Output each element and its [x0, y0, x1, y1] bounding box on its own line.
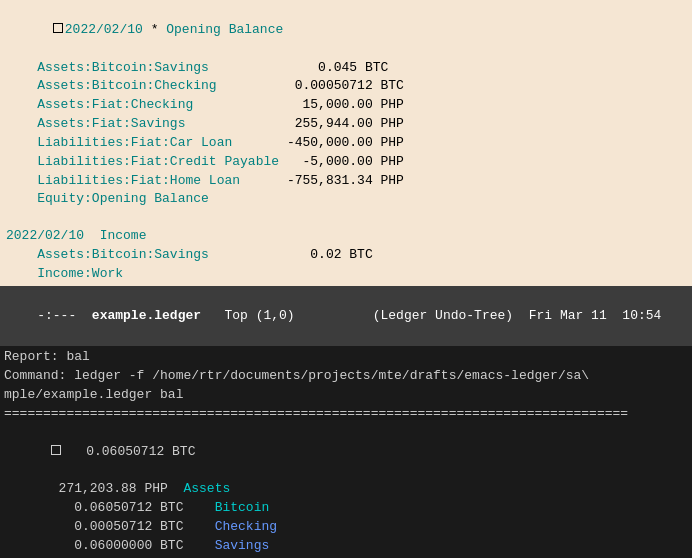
transaction-header-2: 2022/02/10 Income	[0, 227, 692, 246]
tx1-entry-4: Assets:Fiat:Savings 255,944.00 PHP	[0, 115, 692, 134]
blank-line-1	[0, 209, 692, 227]
tx2-entry-2: Income:Work	[0, 265, 692, 284]
r3-account: Checking	[215, 519, 277, 534]
account-bitcoin-checking: Assets:Bitcoin:Checking	[37, 78, 216, 93]
status-position: Top (1,0)	[201, 308, 373, 323]
report-command-2: mple/example.ledger bal	[0, 386, 692, 405]
account-income-work: Income:Work	[37, 266, 123, 281]
tx1-entry-2: Assets:Bitcoin:Checking 0.00050712 BTC	[0, 77, 692, 96]
status-extra: (Ledger Undo-Tree) Fri Mar 11 10:54	[373, 308, 662, 323]
editor-section: 2022/02/10 * Opening Balance Assets:Bitc…	[0, 0, 692, 346]
tx1-date: 2022/02/10	[65, 22, 143, 37]
tx1-entry-7: Liabilities:Fiat:Home Loan -755,831.34 P…	[0, 172, 692, 191]
checkbox-report	[51, 445, 61, 455]
report-row-2: 0.06050712 BTC Bitcoin	[0, 499, 692, 518]
tx2-payee: Income	[100, 228, 147, 243]
tx1-star: *	[143, 22, 166, 37]
tx2-space	[84, 228, 100, 243]
r4-amount: 0.06000000 BTC	[51, 538, 215, 553]
r1-account: Assets	[183, 481, 230, 496]
amount-liab-home: -755,831.34 PHP	[287, 173, 404, 188]
tx1-entry-5: Liabilities:Fiat:Car Loan -450,000.00 PH…	[0, 134, 692, 153]
editor-buffer: 2022/02/10 * Opening Balance Assets:Bitc…	[0, 0, 692, 286]
report-command-1: Command: ledger -f /home/rtr/documents/p…	[0, 367, 692, 386]
r2-amount: 0.06050712 BTC	[51, 500, 199, 515]
editor-status-bar: -:--- example.ledger Top (1,0) (Ledger U…	[0, 286, 692, 347]
transaction-header-1: 2022/02/10 * Opening Balance	[0, 2, 692, 59]
amount-liab-credit: -5,000.00 PHP	[287, 154, 404, 169]
account-liab-home: Liabilities:Fiat:Home Loan	[37, 173, 240, 188]
r4-account: Savings	[215, 538, 270, 553]
amount-btc-savings-2: 0.02 BTC	[287, 247, 373, 262]
account-liab-car: Liabilities:Fiat:Car Loan	[37, 135, 232, 150]
r3-amount: 0.00050712 BTC	[51, 519, 215, 534]
account-bitcoin-savings: Assets:Bitcoin:Savings	[37, 60, 209, 75]
report-header: Report: bal	[0, 348, 692, 367]
report-row-1: 271,203.88 PHP Assets	[0, 480, 692, 499]
report-divider: ========================================…	[0, 405, 692, 424]
status-mode: -:---	[37, 308, 92, 323]
account-fiat-savings: Assets:Fiat:Savings	[37, 116, 185, 131]
report-buffer: Report: bal Command: ledger -f /home/rtr…	[0, 346, 692, 558]
tx2-date: 2022/02/10	[6, 228, 84, 243]
tx1-entry-1: Assets:Bitcoin:Savings 0.045 BTC	[0, 59, 692, 78]
account-btc-savings-2: Assets:Bitcoin:Savings	[37, 247, 209, 262]
account-fiat-checking: Assets:Fiat:Checking	[37, 97, 193, 112]
amount-bitcoin-checking: 0.00050712 BTC	[287, 78, 404, 93]
tx1-payee: Opening Balance	[166, 22, 283, 37]
r0-amount: 0.06050712 BTC	[63, 444, 196, 459]
tx1-entry-6: Liabilities:Fiat:Credit Payable -5,000.0…	[0, 153, 692, 172]
tx1-entry-8: Equity:Opening Balance	[0, 190, 692, 209]
r2-account: Bitcoin	[199, 500, 269, 515]
account-equity: Equity:Opening Balance	[37, 191, 209, 206]
report-row-3: 0.00050712 BTC Checking	[0, 518, 692, 537]
tx1-entry-3: Assets:Fiat:Checking 15,000.00 PHP	[0, 96, 692, 115]
amount-bitcoin-savings: 0.045 BTC	[287, 60, 388, 75]
amount-fiat-checking: 15,000.00 PHP	[287, 97, 404, 112]
tx2-entry-1: Assets:Bitcoin:Savings 0.02 BTC	[0, 246, 692, 265]
amount-liab-car: -450,000.00 PHP	[287, 135, 404, 150]
report-row-0: 0.06050712 BTC	[0, 424, 692, 481]
checkbox-1	[53, 23, 63, 33]
report-section: Report: bal Command: ledger -f /home/rtr…	[0, 346, 692, 558]
status-filename: example.ledger	[92, 308, 201, 323]
amount-fiat-savings: 255,944.00 PHP	[287, 116, 404, 131]
report-row-4: 0.06000000 BTC Savings	[0, 537, 692, 556]
r1-amount: 271,203.88 PHP	[51, 481, 184, 496]
account-liab-credit: Liabilities:Fiat:Credit Payable	[37, 154, 279, 169]
